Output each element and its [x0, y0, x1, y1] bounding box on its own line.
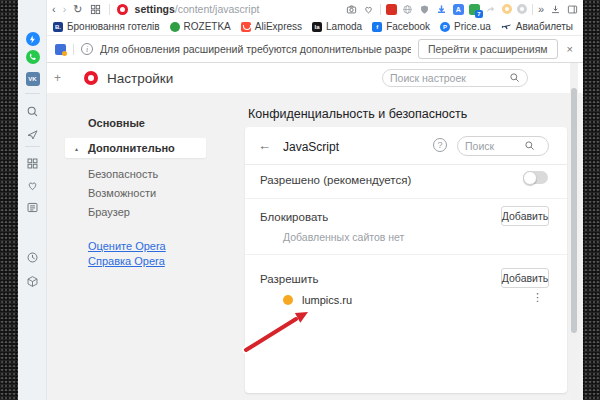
sidebar-divider — [25, 93, 40, 94]
extension-gray-icon[interactable] — [517, 4, 527, 14]
info-icon: i — [81, 43, 93, 55]
panel-title: JavaScript — [283, 140, 339, 154]
extension-orange-icon[interactable] — [502, 4, 512, 14]
extension-red-icon[interactable] — [386, 4, 397, 15]
sidebar-plus-icon[interactable]: + — [54, 71, 61, 85]
heart-icon[interactable] — [363, 3, 375, 15]
settings-title: Настройки — [107, 71, 173, 86]
settings-body: Основные ▴ Дополнительно Безопасность Во… — [47, 93, 583, 400]
bookmark-avia[interactable]: Авиабилеты — [501, 20, 573, 33]
scrollbar-thumb[interactable] — [571, 88, 577, 333]
panel-search[interactable] — [457, 136, 549, 156]
bookmark-priceua[interactable]: PPrice.ua — [440, 21, 491, 32]
allowed-toggle-label: Разрешено (рекомендуется) — [260, 174, 411, 186]
collapse-caret-icon: ▴ — [75, 145, 78, 152]
close-notification-icon[interactable]: × — [565, 43, 575, 55]
toggle-knob — [523, 171, 537, 185]
go-to-extensions-button[interactable]: Перейти к расширениям — [418, 39, 558, 59]
facebook-favicon: f — [372, 22, 382, 32]
browser-main: ‹ › ↻ settings/content/javascript A 7 — [47, 0, 583, 400]
toolbar-icons: A 7 » — [346, 3, 578, 15]
extension-translate-icon[interactable]: A — [453, 4, 464, 15]
bookmark-aliexpress[interactable]: AliExpress — [241, 21, 302, 32]
extension-update-icon — [55, 44, 66, 55]
bookmarks-bar: В.Бронювання готелів ROZETKA AliExpress … — [47, 18, 583, 36]
messenger-icon[interactable] — [18, 31, 47, 47]
extensions-cube-icon[interactable] — [18, 273, 47, 289]
nav-item-basic[interactable]: Основные — [88, 117, 145, 129]
divider — [109, 4, 110, 15]
notification-bar: i Для обновления расширений требуются до… — [47, 36, 583, 63]
search-icon[interactable] — [18, 103, 47, 119]
settings-search[interactable] — [382, 69, 528, 87]
extension-shield-icon[interactable] — [419, 3, 431, 15]
nav-item-security[interactable]: Безопасность — [88, 168, 158, 180]
rozetka-favicon — [170, 22, 180, 32]
panel-search-input[interactable] — [465, 140, 520, 152]
booking-favicon: В. — [53, 22, 63, 32]
history-clock-icon[interactable] — [18, 249, 47, 265]
back-arrow-icon[interactable]: ← — [258, 138, 271, 153]
airplane-icon — [501, 20, 512, 33]
sidebar-panel-toggle-icon[interactable] — [566, 3, 578, 15]
reload-icon[interactable]: ↻ — [73, 4, 82, 15]
bookmark-lamoda[interactable]: laLamoda — [312, 21, 362, 32]
aliexpress-favicon — [241, 22, 251, 32]
divider — [532, 4, 533, 15]
settings-header: + Настройки — [47, 63, 583, 93]
javascript-toggle[interactable] — [523, 171, 548, 184]
divider — [245, 254, 567, 255]
settings-nav: Основные ▴ Дополнительно Безопасность Во… — [47, 93, 237, 400]
opera-help-link[interactable]: Справка Opera — [88, 255, 165, 267]
extension-share-icon[interactable] — [485, 3, 497, 15]
address-bar: ‹ › ↻ settings/content/javascript A 7 — [47, 0, 583, 18]
extensions-overflow-icon[interactable]: » — [538, 4, 544, 15]
bookmark-booking[interactable]: В.Бронювання готелів — [53, 21, 160, 32]
page-scrollbar[interactable] — [570, 63, 578, 400]
block-add-button[interactable]: Добавить — [501, 206, 549, 226]
divider — [380, 4, 381, 15]
speed-dial-grid-icon[interactable] — [90, 3, 102, 15]
nav-item-advanced[interactable]: ▴ Дополнительно — [65, 138, 206, 158]
rate-opera-link[interactable]: Оцените Opera — [88, 240, 166, 252]
nav-item-features[interactable]: Возможности — [88, 187, 156, 199]
desktop: { "chrome": { "url": { "primary": "setti… — [0, 0, 600, 400]
browser-window: VK ‹ › ↻ settings/content/javascript — [18, 0, 583, 400]
allow-label: Разрешить — [260, 273, 319, 285]
site-favicon — [283, 295, 293, 305]
bookmark-facebook[interactable]: fFacebook — [372, 21, 430, 32]
javascript-panel: ← JavaScript ? Разрешено (рекомендуется)… — [245, 127, 567, 393]
settings-search-input[interactable] — [390, 72, 504, 84]
vk-icon[interactable]: VK — [18, 71, 47, 87]
sidebar-divider — [25, 146, 40, 147]
personal-news-icon[interactable] — [18, 199, 47, 215]
my-flow-icon[interactable] — [18, 126, 47, 142]
opera-logo — [117, 4, 128, 15]
speed-dial-icon[interactable] — [18, 155, 47, 171]
extension-puzzle-icon[interactable]: 7 — [469, 4, 480, 15]
bookmarks-heart-icon[interactable] — [18, 177, 47, 193]
back-icon[interactable]: ‹ — [52, 4, 56, 15]
downloads-icon[interactable] — [549, 3, 561, 15]
allow-add-button[interactable]: Добавить — [501, 268, 549, 288]
extension-download-helper-icon[interactable] — [436, 3, 448, 15]
site-domain: lumpics.ru — [302, 294, 352, 306]
divider — [73, 44, 74, 55]
nav-item-browser[interactable]: Браузер — [88, 206, 130, 218]
section-title: Конфиденциальность и безопасность — [248, 107, 467, 121]
priceua-favicon: P — [440, 22, 450, 32]
whatsapp-icon[interactable] — [18, 49, 47, 65]
search-icon — [509, 69, 520, 87]
bookmark-rozetka[interactable]: ROZETKA — [170, 21, 231, 32]
lamoda-favicon: la — [312, 22, 322, 32]
site-kebab-menu-icon[interactable]: ⋮ — [532, 291, 543, 304]
help-icon[interactable]: ? — [433, 138, 447, 152]
opera-settings-logo — [84, 71, 98, 85]
extension-globe-icon[interactable] — [402, 3, 414, 15]
url-text[interactable]: settings/content/javascript — [135, 3, 260, 15]
search-icon — [524, 137, 535, 155]
snapshot-camera-icon[interactable] — [346, 3, 358, 15]
block-label: Блокировать — [260, 211, 328, 223]
block-empty-text: Добавленных сайтов нет — [283, 231, 404, 243]
forward-icon[interactable]: › — [63, 4, 67, 15]
